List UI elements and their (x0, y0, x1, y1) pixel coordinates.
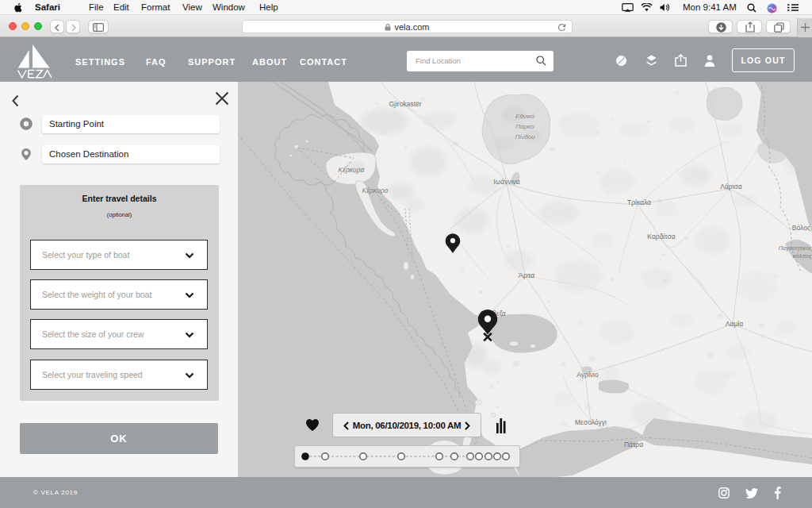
svg-text:κόλπος: κόλπος (793, 252, 812, 260)
svg-text:Κέρκυρα: Κέρκυρα (362, 187, 389, 194)
svg-text:Μεσολόγγι: Μεσολόγγι (575, 418, 607, 426)
svg-text:Πάτρα: Πάτρα (624, 441, 643, 448)
svg-text:Πάρκο: Πάρκο (515, 123, 534, 130)
svg-text:Ιωάννινα: Ιωάννινα (493, 178, 520, 186)
svg-text:Άρτα: Άρτα (519, 271, 535, 279)
svg-text:Κέρκυρα: Κέρκυρα (339, 166, 366, 174)
svg-text:Λάρισα: Λάρισα (720, 183, 742, 190)
svg-text:Βόλος: Βόλος (792, 224, 810, 232)
svg-text:Λαμία: Λαμία (726, 320, 743, 328)
svg-text:Αγρίνιο: Αγρίνιο (576, 371, 599, 379)
svg-text:Πίνδου: Πίνδου (515, 133, 535, 140)
svg-text:Τρίκαλα: Τρίκαλα (627, 198, 651, 206)
svg-text:Παγασητικός: Παγασητικός (779, 244, 812, 252)
svg-text:Gjirokastër: Gjirokastër (389, 100, 421, 108)
svg-text:Καρδίτσα: Καρδίτσα (647, 233, 675, 241)
svg-text:Εθνικό: Εθνικό (515, 113, 534, 120)
